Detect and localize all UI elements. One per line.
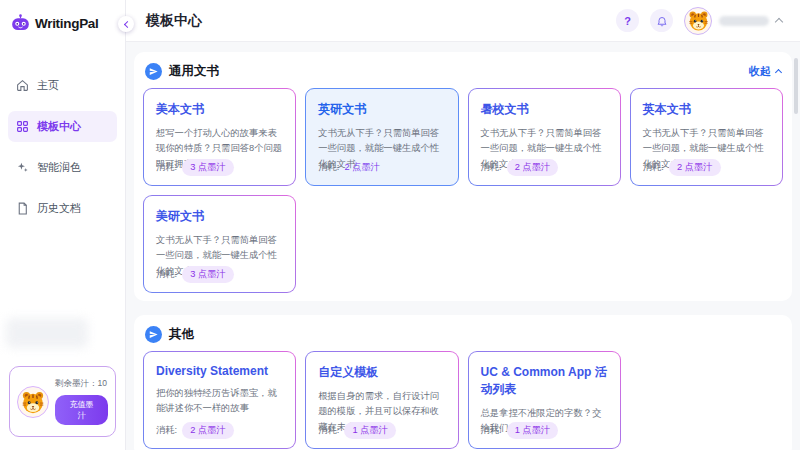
sidebar-item-label: 主页 <box>37 78 59 93</box>
card-title: 英研文书 <box>318 101 445 118</box>
cost-label: 消耗: <box>156 161 177 174</box>
ink-cost-badge: 1 点墨汁 <box>507 422 559 439</box>
ink-cost-badge: 2 点墨汁 <box>344 159 380 176</box>
template-card[interactable]: 美本文书想写一个打动人心的故事来表现你的特质？只需回答8个问题即可拥有消耗:3 … <box>143 88 296 186</box>
card-title: 暑校文书 <box>481 101 608 118</box>
cost-label: 消耗: <box>481 424 502 437</box>
chevron-up-icon <box>775 69 782 76</box>
app-name: WritingPal <box>35 16 99 31</box>
section-header: 其他 <box>145 325 781 343</box>
send-icon <box>149 330 158 339</box>
cost-label: 消耗: <box>643 161 664 174</box>
template-card[interactable]: 美研文书文书无从下手？只需简单回答一些问题，就能一键生成个性化的文书消耗:3 点… <box>143 195 296 293</box>
help-button[interactable]: ? <box>616 9 639 32</box>
card-cost: 消耗:2 点墨汁 <box>318 159 380 176</box>
template-content: 通用文书收起美本文书想写一个打动人心的故事来表现你的特质？只需回答8个问题即可拥… <box>126 42 800 450</box>
ink-cost-badge: 1 点墨汁 <box>344 422 396 439</box>
mascot-tiger-avatar <box>17 386 49 418</box>
cost-label: 消耗: <box>156 424 177 437</box>
sidebar-item-template-center[interactable]: 模板中心 <box>8 111 117 142</box>
template-card[interactable]: 英本文书文书无从下手？只需简单回答一些问题，就能一键生成个性化的文书消耗:2 点… <box>630 88 783 186</box>
card-cost: 消耗:2 点墨汁 <box>156 422 234 439</box>
card-title: 英本文书 <box>643 101 770 118</box>
app-logo: WritingPal <box>0 0 125 44</box>
card-title: 美研文书 <box>156 208 283 225</box>
sidebar-collapse-button[interactable] <box>118 16 134 32</box>
home-icon <box>16 79 29 92</box>
sidebar-item-smart-polish[interactable]: 智能润色 <box>8 152 117 183</box>
section-header: 通用文书收起 <box>145 62 781 80</box>
collapse-label: 收起 <box>749 64 771 79</box>
cost-label: 消耗: <box>156 268 177 281</box>
cost-label: 消耗: <box>318 424 339 437</box>
card-title: 美本文书 <box>156 101 283 118</box>
template-card[interactable]: Diversity Statement把你的独特经历告诉墨宝，就能讲述你不一样的… <box>143 351 296 449</box>
template-section: 其他Diversity Statement把你的独特经历告诉墨宝，就能讲述你不一… <box>134 315 792 450</box>
sidebar: WritingPal 主页 模板中心 智能润色 历史文档 <box>0 0 126 450</box>
chevron-icon <box>775 18 783 26</box>
user-avatar <box>684 7 712 35</box>
help-icon: ? <box>624 15 631 27</box>
cost-label: 消耗: <box>481 161 502 174</box>
page-title: 模板中心 <box>146 12 202 30</box>
topbar: 模板中心 ? <box>126 0 800 42</box>
card-cost: 消耗:1 点墨汁 <box>481 422 559 439</box>
bell-icon <box>656 15 668 27</box>
vertical-scrollbar-thumb[interactable] <box>794 58 798 114</box>
template-card-grid: Diversity Statement把你的独特经历告诉墨宝，就能讲述你不一样的… <box>143 351 783 449</box>
ink-cost-badge: 3 点墨汁 <box>182 266 234 283</box>
chevron-left-icon <box>123 20 130 27</box>
topbar-right: ? <box>616 7 782 35</box>
ink-cost-badge: 2 点墨汁 <box>182 422 234 439</box>
sidebar-item-label: 历史文档 <box>37 201 81 216</box>
grid-icon <box>16 120 29 133</box>
template-card[interactable]: UC & Common App 活动列表总是拿捏不准限定的字数？交给我们!消耗:… <box>468 351 621 449</box>
ink-cost-badge: 2 点墨汁 <box>669 159 721 176</box>
robot-logo-icon <box>10 13 31 34</box>
ink-cost-badge: 3 点墨汁 <box>182 159 234 176</box>
card-description: 把你的独特经历告诉墨宝，就能讲述你不一样的故事 <box>156 386 283 417</box>
section-title: 其他 <box>169 326 194 343</box>
card-cost: 消耗:3 点墨汁 <box>156 266 234 283</box>
main-area: 模板中心 ? 通用文书收起美本文书想写一个打动人心的故事来表现你的特质？只 <box>126 0 800 450</box>
section-send-icon <box>145 63 162 80</box>
sidebar-item-history-docs[interactable]: 历史文档 <box>8 193 117 224</box>
recharge-ink-button[interactable]: 充值墨汁 <box>55 395 108 425</box>
ink-info: 剩余墨汁：10 充值墨汁 <box>55 378 108 425</box>
card-title: Diversity Statement <box>156 364 283 378</box>
section-send-icon <box>145 326 162 343</box>
username-redacted <box>719 16 769 26</box>
ink-remaining-label: 剩余墨汁：10 <box>55 378 108 390</box>
card-title: UC & Common App 活动列表 <box>481 364 608 398</box>
template-section: 通用文书收起美本文书想写一个打动人心的故事来表现你的特质？只需回答8个问题即可拥… <box>134 52 792 301</box>
blurred-sidebar-content <box>6 318 88 348</box>
section-collapse-button[interactable]: 收起 <box>749 64 781 79</box>
card-cost: 消耗:1 点墨汁 <box>318 422 396 439</box>
cost-label: 消耗: <box>318 161 339 174</box>
user-menu[interactable] <box>684 7 782 35</box>
sidebar-item-label: 模板中心 <box>37 119 81 134</box>
notifications-button[interactable] <box>650 9 673 32</box>
sidebar-item-label: 智能润色 <box>37 160 81 175</box>
send-icon <box>149 67 158 76</box>
card-cost: 消耗:2 点墨汁 <box>481 159 559 176</box>
ink-balance-card: 剩余墨汁：10 充值墨汁 <box>9 366 116 437</box>
sparkles-icon <box>16 161 29 174</box>
template-card-grid: 美本文书想写一个打动人心的故事来表现你的特质？只需回答8个问题即可拥有消耗:3 … <box>143 88 783 293</box>
writingpal-app: WritingPal 主页 模板中心 智能润色 历史文档 <box>0 0 800 450</box>
sidebar-item-home[interactable]: 主页 <box>8 70 117 101</box>
template-card[interactable]: 英研文书文书无从下手？只需简单回答一些问题，就能一键生成个性化的文书消耗:2 点… <box>305 88 458 186</box>
ink-cost-badge: 2 点墨汁 <box>507 159 559 176</box>
card-cost: 消耗:2 点墨汁 <box>643 159 721 176</box>
card-cost: 消耗:3 点墨汁 <box>156 159 234 176</box>
section-title: 通用文书 <box>169 63 219 80</box>
card-title: 自定义模板 <box>318 364 445 381</box>
sidebar-nav: 主页 模板中心 智能润色 历史文档 <box>0 70 125 224</box>
template-card[interactable]: 暑校文书文书无从下手？只需简单回答一些问题，就能一键生成个性化的文书消耗:2 点… <box>468 88 621 186</box>
template-card[interactable]: 自定义模板根据自身的需求，自行设计问题的模版，并且可以保存和收藏在未来使用消耗:… <box>305 351 458 449</box>
document-icon <box>16 202 29 215</box>
